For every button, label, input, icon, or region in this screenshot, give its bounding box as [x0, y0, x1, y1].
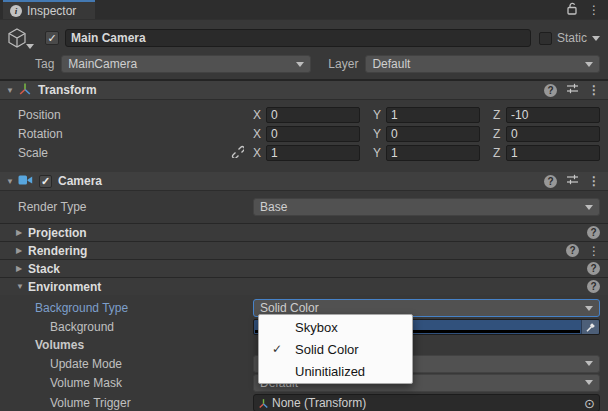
volume-trigger-field[interactable]: None (Transform) ⊙	[253, 394, 600, 411]
render-type-label: Render Type	[18, 200, 253, 214]
rotation-y-field[interactable]: 0	[386, 126, 480, 142]
info-icon: i	[10, 5, 22, 17]
foldout-stack[interactable]: ▶ Stack ?	[0, 259, 608, 277]
tab-bar: i Inspector ⋮	[0, 0, 608, 20]
foldout-rendering[interactable]: ▶ Rendering ? ⋮	[0, 241, 608, 259]
static-label: Static	[557, 31, 587, 45]
position-x-field[interactable]: 0	[266, 107, 360, 123]
section-menu-icon[interactable]: ⋮	[588, 245, 600, 257]
rotation-x-field[interactable]: 0	[266, 126, 360, 142]
render-type-dropdown[interactable]: Base	[253, 198, 600, 216]
panel-menu-icon[interactable]: ⋮	[588, 4, 600, 16]
foldout-closed-icon: ▶	[16, 246, 28, 255]
camera-icon	[18, 174, 33, 189]
dropdown-arrow-icon	[296, 62, 304, 67]
background-label: Background	[18, 320, 253, 334]
help-icon[interactable]: ?	[587, 262, 600, 275]
foldout-projection[interactable]: ▶ Projection ?	[0, 223, 608, 241]
foldout-open-icon: ▼	[16, 282, 28, 291]
tab-label: Inspector	[27, 4, 76, 18]
transform-icon	[18, 82, 32, 99]
active-checkbox[interactable]: ✓	[45, 31, 59, 45]
gameobject-header: ✓ Main Camera Static Tag MainCamera Laye…	[0, 20, 608, 81]
dropdown-arrow-icon	[585, 380, 593, 385]
render-type-row: Render Type Base	[0, 198, 608, 216]
rotation-row: Rotation X0 Y0 Z0	[0, 125, 600, 142]
background-type-label: Background Type	[18, 301, 253, 315]
object-picker-icon[interactable]: ⊙	[584, 397, 595, 410]
foldout-open-icon[interactable]: ▼	[6, 177, 18, 186]
lock-open-icon[interactable]	[566, 2, 578, 18]
gameobject-icon[interactable]	[6, 27, 32, 49]
volume-trigger-label: Volume Trigger	[18, 396, 253, 410]
foldout-environment[interactable]: ▼ Environment ?	[0, 277, 608, 295]
camera-header[interactable]: ▼ ✓ Camera ? ⋮	[0, 172, 608, 191]
transform-header[interactable]: ▼ Transform ? ⋮	[0, 81, 608, 100]
inspector-panel: i Inspector ⋮ ✓ Main Camera Static	[0, 0, 608, 411]
popup-item-solid-color[interactable]: ✓ Solid Color	[259, 338, 412, 360]
foldout-closed-icon: ▶	[16, 264, 28, 273]
position-y-field[interactable]: 1	[386, 107, 480, 123]
background-type-popup: Skybox ✓ Solid Color Uninitialized	[258, 314, 413, 384]
gameobject-dropdown-icon[interactable]	[26, 44, 34, 49]
presets-icon[interactable]	[566, 82, 579, 98]
tag-label: Tag	[35, 57, 54, 71]
scale-x-field[interactable]: 1	[266, 145, 360, 161]
transform-component: ▼ Transform ? ⋮ Position X0 Y1 Z-10	[0, 81, 608, 172]
help-icon[interactable]: ?	[544, 175, 557, 188]
dropdown-arrow-icon	[585, 306, 593, 311]
popup-item-uninitialized[interactable]: Uninitialized	[259, 360, 412, 382]
scale-z-field[interactable]: 1	[506, 145, 600, 161]
foldout-open-icon[interactable]: ▼	[6, 86, 18, 95]
help-icon[interactable]: ?	[566, 244, 579, 257]
popup-item-skybox[interactable]: Skybox	[259, 316, 412, 338]
position-row: Position X0 Y1 Z-10	[0, 106, 600, 123]
component-menu-icon[interactable]: ⋮	[588, 84, 600, 96]
eyedropper-icon[interactable]	[581, 320, 599, 334]
name-field[interactable]: Main Camera	[65, 29, 531, 47]
static-dropdown-icon[interactable]	[592, 36, 600, 41]
component-menu-icon[interactable]: ⋮	[588, 175, 600, 187]
help-icon[interactable]: ?	[587, 280, 600, 293]
scale-y-field[interactable]: 1	[386, 145, 480, 161]
help-icon[interactable]: ?	[544, 84, 557, 97]
camera-enabled-checkbox[interactable]: ✓	[39, 175, 52, 188]
position-z-field[interactable]: -10	[506, 107, 600, 123]
dropdown-arrow-icon	[585, 205, 593, 210]
dropdown-arrow-icon	[585, 361, 593, 366]
transform-icon	[258, 398, 269, 409]
help-icon[interactable]: ?	[587, 226, 600, 239]
update-mode-label: Update Mode	[18, 357, 253, 371]
layer-dropdown[interactable]: Default	[365, 55, 600, 73]
tag-dropdown[interactable]: MainCamera	[61, 55, 311, 73]
component-title: Camera	[58, 174, 102, 188]
volume-trigger-row: Volume Trigger None (Transform) ⊙	[0, 394, 608, 411]
presets-icon[interactable]	[566, 173, 579, 189]
layer-label: Layer	[328, 57, 358, 71]
tab-inspector[interactable]: i Inspector	[3, 0, 95, 19]
volume-mask-label: Volume Mask	[18, 376, 253, 390]
unlink-scale-icon[interactable]	[230, 144, 244, 161]
foldout-closed-icon: ▶	[16, 228, 28, 237]
rotation-z-field[interactable]: 0	[506, 126, 600, 142]
dropdown-arrow-icon	[585, 62, 593, 67]
check-icon: ✓	[259, 342, 295, 356]
static-checkbox[interactable]	[539, 32, 552, 45]
scale-row: Scale X1 Y1 Z1	[0, 144, 600, 161]
component-title: Transform	[38, 83, 97, 97]
